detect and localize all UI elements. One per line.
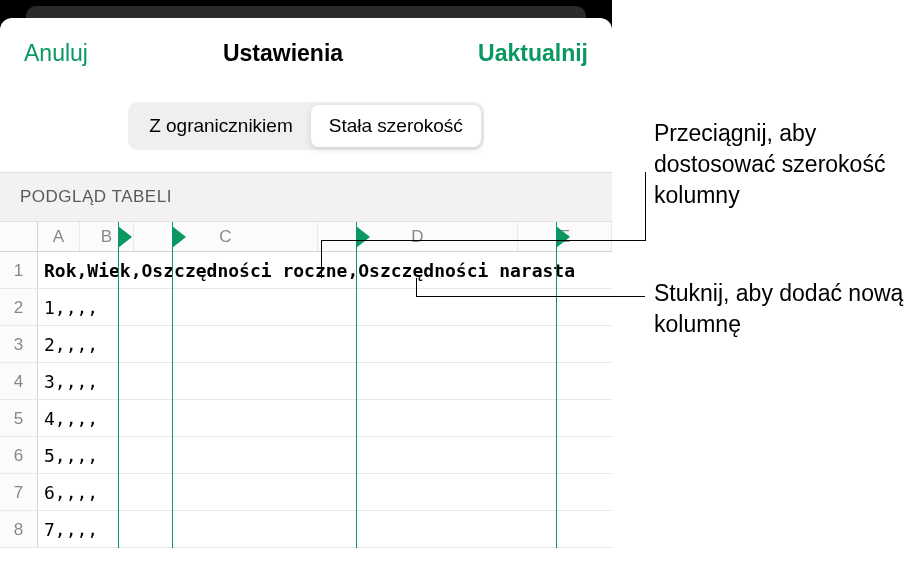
data-cell: 4,,,, — [38, 400, 104, 436]
table-row: 54,,,, — [0, 400, 612, 437]
cancel-button[interactable]: Anuluj — [24, 40, 88, 67]
row-number: 4 — [0, 363, 38, 399]
column-handle-icon[interactable] — [172, 226, 186, 248]
row-number: 2 — [0, 289, 38, 325]
table-row: 32,,,, — [0, 326, 612, 363]
column-handle-icon[interactable] — [118, 226, 132, 248]
table-row: 65,,,, — [0, 437, 612, 474]
import-settings-modal: Anuluj Ustawienia Uaktualnij Z ograniczn… — [0, 18, 612, 582]
table-row: 1Rok,Wiek,Oszczędności roczne,Oszczędnoś… — [0, 252, 612, 289]
callout-drag: Przeciągnij, aby dostosować szerokość ko… — [654, 118, 916, 211]
section-label: PODGLĄD TABELI — [0, 172, 612, 222]
corner-spacer — [0, 222, 38, 251]
callout-tap: Stuknij, aby dodać nową kolumnę — [654, 278, 916, 340]
table-row: 87,,,, — [0, 511, 612, 548]
column-header[interactable]: C — [134, 222, 318, 251]
column-handle-icon[interactable] — [356, 226, 370, 248]
column-divider[interactable] — [172, 222, 173, 548]
column-handle-icon[interactable] — [556, 226, 570, 248]
column-divider[interactable] — [556, 222, 557, 548]
segment-delimited[interactable]: Z ogranicznikiem — [131, 105, 311, 147]
callout-line — [321, 240, 322, 278]
row-number: 7 — [0, 474, 38, 510]
row-number: 3 — [0, 326, 38, 362]
data-cell: 3,,,, — [38, 363, 104, 399]
callout-line — [416, 278, 417, 296]
column-header-row: ABCDE — [0, 222, 612, 252]
modal-title: Ustawienia — [223, 40, 343, 67]
column-divider[interactable] — [118, 222, 119, 548]
column-header[interactable]: D — [318, 222, 518, 251]
callout-line — [416, 296, 645, 297]
segmented-control-wrap: Z ogranicznikiem Stała szerokość — [0, 88, 612, 172]
data-cell: 2,,,, — [38, 326, 104, 362]
table-row: 76,,,, — [0, 474, 612, 511]
segmented-control[interactable]: Z ogranicznikiem Stała szerokość — [128, 102, 484, 150]
data-cell: 5,,,, — [38, 437, 104, 473]
data-cell: 1,,,, — [38, 289, 104, 325]
table-row: 21,,,, — [0, 289, 612, 326]
row-number: 6 — [0, 437, 38, 473]
update-button[interactable]: Uaktualnij — [478, 40, 588, 67]
row-number: 1 — [0, 252, 38, 288]
column-header[interactable]: A — [38, 222, 80, 251]
table-preview[interactable]: ABCDE 1Rok,Wiek,Oszczędności roczne,Oszc… — [0, 222, 612, 548]
data-cell: 7,,,, — [38, 511, 104, 547]
callout-line — [321, 240, 645, 241]
app-frame: Anuluj Ustawienia Uaktualnij Z ograniczn… — [0, 0, 612, 582]
row-number: 8 — [0, 511, 38, 547]
segment-fixed-width[interactable]: Stała szerokość — [311, 105, 481, 147]
row-number: 5 — [0, 400, 38, 436]
table-row: 43,,,, — [0, 363, 612, 400]
column-divider[interactable] — [356, 222, 357, 548]
callout-line — [645, 172, 646, 241]
background-sheet — [26, 6, 586, 18]
modal-header: Anuluj Ustawienia Uaktualnij — [0, 18, 612, 88]
data-cell: Rok,Wiek,Oszczędności roczne,Oszczędnośc… — [38, 252, 581, 288]
background-sheets — [0, 0, 612, 18]
data-cell: 6,,,, — [38, 474, 104, 510]
